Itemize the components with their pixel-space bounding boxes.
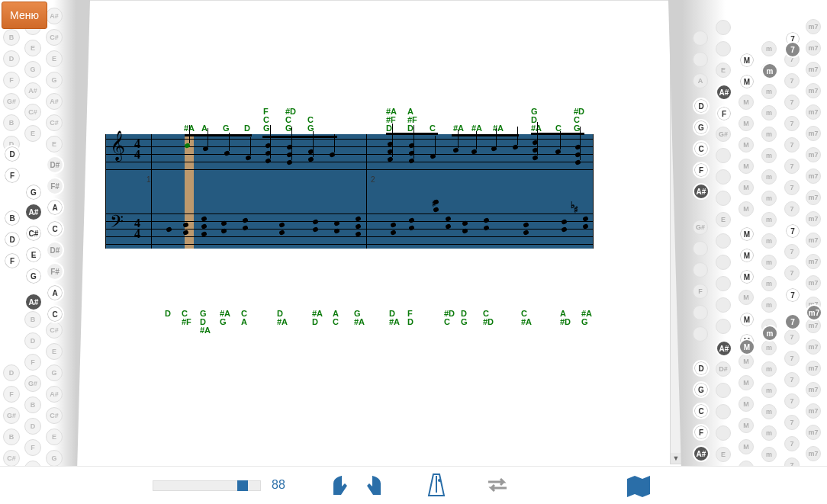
accordion-key[interactable]: G <box>24 183 43 201</box>
accordion-key[interactable]: m7 <box>806 169 821 184</box>
accordion-key[interactable]: A <box>46 198 64 217</box>
accordion-key[interactable]: F <box>693 162 710 178</box>
accordion-key[interactable]: D <box>3 230 21 249</box>
accordion-key[interactable]: C# <box>24 224 43 242</box>
accordion-key[interactable]: M <box>739 396 754 412</box>
accordion-key[interactable]: G# <box>716 127 731 142</box>
accordion-key[interactable] <box>716 297 731 313</box>
accordion-key[interactable]: m7 <box>806 211 821 226</box>
accordion-key[interactable]: m7 <box>806 126 821 141</box>
accordion-key[interactable]: M <box>739 290 754 305</box>
accordion-key[interactable]: A# <box>716 340 732 357</box>
accordion-key[interactable] <box>716 233 731 249</box>
accordion-key[interactable]: G# <box>3 93 20 110</box>
accordion-key[interactable]: M <box>739 95 754 110</box>
accordion-key[interactable]: m <box>761 340 777 355</box>
accordion-key[interactable]: m7 <box>806 83 821 98</box>
accordion-key[interactable]: m <box>761 84 777 99</box>
accordion-key[interactable]: m <box>761 63 778 79</box>
left-hand-icon[interactable] <box>330 474 351 504</box>
accordion-key[interactable]: M <box>739 311 755 328</box>
accordion-key[interactable]: M <box>739 73 755 90</box>
accordion-key[interactable]: m7 <box>806 425 821 440</box>
accordion-key[interactable]: 7 <box>784 372 800 387</box>
accordion-key[interactable]: A <box>693 73 708 88</box>
accordion-key[interactable]: 7 <box>784 265 800 281</box>
accordion-key[interactable]: D# <box>46 241 64 259</box>
accordion-key[interactable] <box>716 276 731 291</box>
accordion-key[interactable]: 7 <box>784 201 800 217</box>
accordion-key[interactable]: 7 <box>784 415 800 430</box>
tempo-thumb[interactable] <box>237 480 248 491</box>
accordion-key[interactable]: E <box>24 40 41 56</box>
accordion-key[interactable]: F <box>693 284 708 299</box>
accordion-key[interactable]: 7 <box>784 159 800 174</box>
accordion-key[interactable]: M <box>739 439 754 454</box>
accordion-key[interactable]: M <box>739 52 755 69</box>
accordion-key[interactable] <box>716 20 731 35</box>
accordion-key[interactable] <box>716 404 731 419</box>
accordion-key[interactable]: E <box>46 343 63 360</box>
accordion-key[interactable]: C# <box>46 407 63 424</box>
accordion-key[interactable]: B <box>3 209 21 227</box>
accordion-key[interactable] <box>716 319 731 334</box>
accordion-key[interactable]: B <box>3 429 20 445</box>
accordion-key[interactable]: B <box>3 29 20 46</box>
loop-icon[interactable] <box>484 476 511 499</box>
accordion-key[interactable]: m7 <box>806 147 821 162</box>
accordion-key[interactable]: E <box>716 212 731 227</box>
accordion-key[interactable]: m <box>761 41 777 56</box>
accordion-key[interactable]: M <box>739 180 754 195</box>
accordion-key[interactable]: M <box>739 159 754 174</box>
accordion-key[interactable]: A# <box>46 93 63 110</box>
accordion-key[interactable]: m7 <box>806 190 821 205</box>
accordion-key[interactable]: D <box>3 364 20 381</box>
score-area[interactable]: ▲ ▼ #AAGDFCG#DCGCG#A#FDA#FDC#A#A#AGD#AC#… <box>90 0 670 467</box>
accordion-key[interactable] <box>716 41 731 56</box>
accordion-key[interactable]: F <box>3 166 21 185</box>
accordion-key[interactable]: D# <box>716 361 731 377</box>
accordion-key[interactable]: m <box>761 425 777 441</box>
accordion-key[interactable]: C# <box>46 322 63 339</box>
accordion-key[interactable]: 7 <box>784 41 801 58</box>
accordion-key[interactable]: G# <box>693 220 708 235</box>
accordion-key[interactable]: C <box>46 220 64 238</box>
accordion-key[interactable]: m7 <box>806 104 821 120</box>
accordion-key[interactable] <box>716 425 731 441</box>
accordion-key[interactable]: 7 <box>784 351 800 366</box>
accordion-key[interactable] <box>693 305 708 320</box>
accordion-key[interactable] <box>716 148 731 163</box>
accordion-key[interactable]: C# <box>46 29 63 46</box>
accordion-key[interactable]: 7 <box>784 137 800 152</box>
accordion-key[interactable]: m <box>761 361 777 377</box>
accordion-key[interactable]: m <box>761 383 777 398</box>
accordion-key[interactable]: G <box>24 61 41 78</box>
accordion-key[interactable]: E <box>46 50 63 67</box>
accordion-key[interactable]: m <box>761 233 777 249</box>
accordion-key[interactable]: 7 <box>784 436 800 451</box>
accordion-key[interactable]: B <box>24 311 41 328</box>
accordion-key[interactable]: m7 <box>806 339 821 355</box>
accordion-key[interactable]: M <box>739 137 754 152</box>
accordion-key[interactable] <box>716 169 731 185</box>
accordion-key[interactable]: 7 <box>784 287 801 303</box>
accordion-key[interactable]: m7 <box>806 304 822 321</box>
accordion-key[interactable]: D# <box>46 156 64 174</box>
accordion-key[interactable]: F <box>3 386 20 403</box>
accordion-key[interactable]: C <box>46 305 64 323</box>
accordion-key[interactable]: G <box>24 267 43 285</box>
menu-button[interactable]: Меню <box>2 2 47 29</box>
accordion-key[interactable]: E <box>716 447 731 462</box>
accordion-key[interactable] <box>716 191 731 206</box>
accordion-key[interactable]: M <box>739 226 755 242</box>
accordion-key[interactable]: A# <box>46 386 63 403</box>
accordion-key[interactable]: D <box>24 418 41 435</box>
accordion-key[interactable] <box>693 30 708 46</box>
accordion-key[interactable] <box>693 262 708 278</box>
accordion-key[interactable]: C# <box>24 104 41 120</box>
accordion-key[interactable]: M <box>739 418 754 433</box>
accordion-key[interactable]: m <box>761 255 777 270</box>
accordion-key[interactable]: 7 <box>784 329 800 345</box>
accordion-key[interactable]: m <box>761 212 777 227</box>
accordion-key[interactable]: m7 <box>806 233 821 248</box>
